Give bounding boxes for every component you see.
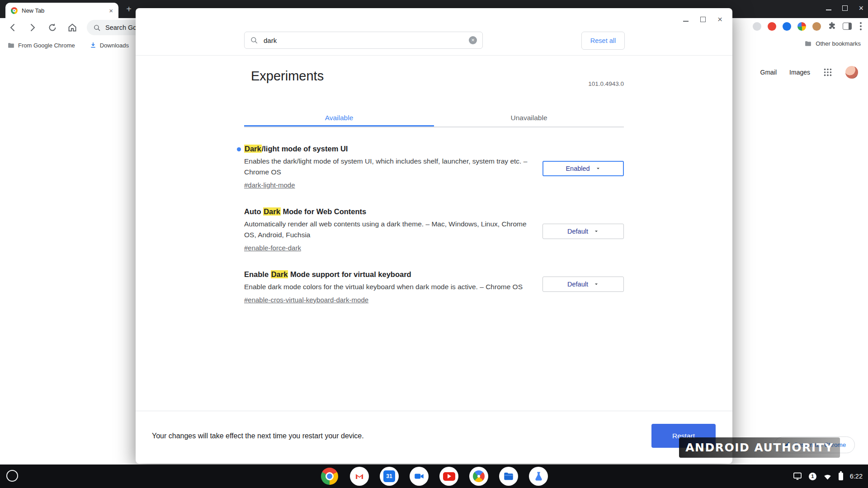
profile-avatar[interactable] [845,66,858,79]
toolbar-extensions-area [753,22,863,31]
folder-icon [804,40,812,47]
flag-value-dropdown[interactable]: Default [542,277,624,292]
bookmark-downloads[interactable]: Downloads [90,42,129,49]
tab-available[interactable]: Available [244,108,434,127]
flags-window-controls: × [683,16,722,23]
other-bookmarks-label: Other bookmarks [816,40,861,47]
flask-icon [533,471,544,482]
chrome-app-icon[interactable] [320,467,339,486]
images-link[interactable]: Images [789,69,810,76]
maximize-icon[interactable] [700,17,706,22]
flags-list: Dark/light mode of system UI Enables the… [244,145,624,322]
flag-entry-dark-light-mode: Dark/light mode of system UI Enables the… [244,145,624,189]
chrome-version: 101.0.4943.0 [244,80,624,87]
reset-all-button[interactable]: Reset all [581,32,625,50]
header-divider [136,55,732,56]
calendar-31-icon: 31 [383,470,395,482]
gmail-app-icon[interactable] [350,467,369,486]
flag-permalink[interactable]: #dark-light-mode [244,181,295,189]
flag-entry-virtual-keyboard-dark-mode: Enable Dark Mode support for virtual key… [244,270,624,304]
tab-title: New Tab [22,7,44,14]
modified-flag-dot [237,147,241,151]
flag-permalink[interactable]: #enable-force-dark [244,244,301,252]
extension-icon[interactable] [812,22,821,31]
wifi-icon [823,473,832,480]
flags-tabs: Available Unavailable [244,108,624,127]
extension-icon[interactable] [797,22,806,31]
tab-favicon-icon [11,7,18,14]
flags-window: × × Reset all Experiments 101.0.4943.0 A… [136,8,732,464]
flag-value-dropdown[interactable]: Default [542,224,624,239]
photos-pinwheel-icon [473,470,485,482]
new-tab-button[interactable]: + [124,4,134,14]
gmail-link[interactable]: Gmail [760,69,777,76]
folder-icon [7,42,15,49]
bookmark-label: From Google Chrome [18,42,75,49]
photos-app-icon[interactable] [469,467,488,486]
flag-description: Automatically render all web contents us… [244,219,533,240]
minimize-icon[interactable] [683,17,689,22]
ntp-header-links: Gmail Images [760,66,858,79]
extension-icon[interactable] [753,22,761,31]
video-camera-icon [413,470,425,482]
flask-app-icon[interactable] [529,467,548,486]
dropdown-value: Default [567,281,588,288]
forward-icon[interactable] [27,22,38,33]
clear-search-icon[interactable]: × [469,36,477,44]
launcher-button[interactable] [6,470,18,482]
close-icon[interactable]: × [859,5,863,11]
flag-value-dropdown[interactable]: Enabled [542,161,624,176]
battery-icon [839,473,843,480]
shelf: 31 1 6:22 [0,465,868,488]
chevron-down-icon [595,166,601,171]
search-highlight: Dark [271,270,288,278]
chevron-down-icon [594,229,599,234]
blue-folder-icon [503,470,514,482]
other-bookmarks[interactable]: Other bookmarks [804,40,861,47]
tab-close-icon[interactable]: × [109,7,113,14]
notification-count-badge: 1 [809,473,816,480]
flag-description: Enables the dark/light mode of system UI… [244,156,533,178]
extension-icon[interactable] [768,22,776,31]
files-app-icon[interactable] [499,467,518,486]
reload-icon[interactable] [47,22,58,33]
search-icon [93,24,101,32]
flags-search-field[interactable]: × [244,32,483,49]
youtube-app-icon[interactable] [439,467,458,486]
side-panel-icon[interactable] [843,23,852,30]
gmail-m-icon [354,471,365,482]
screen-share-icon [793,472,802,480]
search-highlight: Dark [263,207,281,216]
extension-icon[interactable] [783,22,791,31]
close-icon[interactable]: × [717,16,722,23]
google-apps-grid-icon[interactable] [823,67,833,77]
flag-title: Auto Dark Mode for Web Contents [244,207,624,216]
back-icon[interactable] [7,22,18,33]
search-icon [250,36,258,44]
browser-tab-new-tab[interactable]: New Tab × [5,3,118,18]
tab-unavailable[interactable]: Unavailable [434,108,624,127]
android-authority-watermark: ANDROID AUTHORITY [679,437,840,458]
extensions-puzzle-icon[interactable] [827,22,836,31]
home-icon[interactable] [67,22,78,33]
download-icon [90,42,97,49]
clock-time: 6:22 [850,473,863,480]
youtube-play-icon [443,472,455,481]
flag-permalink[interactable]: #enable-cros-virtual-keyboard-dark-mode [244,296,368,304]
maximize-icon[interactable] [842,5,848,11]
meet-app-icon[interactable] [410,467,429,486]
flags-search-input[interactable] [263,36,464,45]
search-highlight: Dark [244,145,262,153]
minimize-icon[interactable] [826,6,831,10]
browser-menu-icon[interactable] [858,22,863,30]
bookmark-from-google-chrome[interactable]: From Google Chrome [7,42,75,49]
browser-window-controls: × [826,5,863,11]
flag-description: Enable dark mode colors for the virtual … [244,282,533,292]
chevron-down-icon [594,282,599,287]
dropdown-value: Enabled [566,165,590,172]
chrome-logo-icon [321,468,338,485]
flag-title: Dark/light mode of system UI [244,145,624,153]
flags-footer: Your changes will take effect the next t… [136,411,732,464]
calendar-app-icon[interactable]: 31 [380,467,399,486]
status-tray[interactable]: 1 6:22 [793,465,863,488]
